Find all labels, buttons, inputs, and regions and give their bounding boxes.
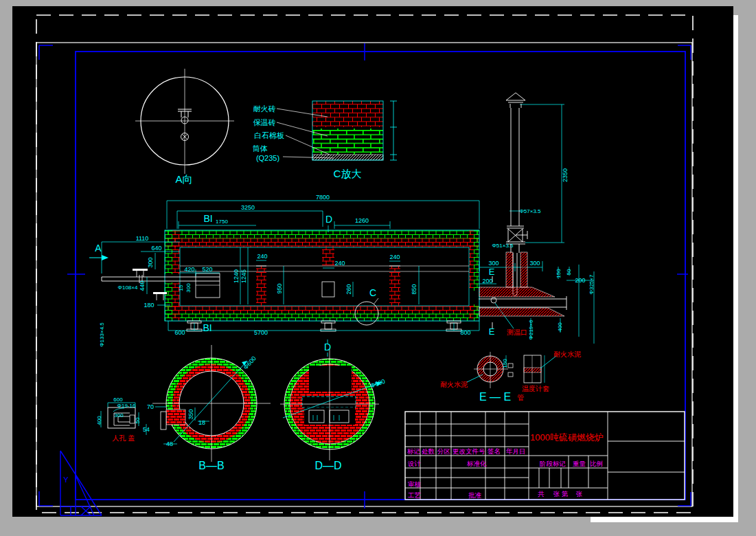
- dim-label: 5700: [254, 329, 268, 336]
- dim-label: 2350: [562, 168, 569, 182]
- tb-label-change-doc: 更改文件号: [453, 447, 485, 455]
- dim-label: 300: [529, 260, 540, 267]
- cad-canvas[interactable]: 标记 处数 分区 更改文件号 签名 年月日 设计 标准化 审核 工艺 批准 阶段…: [0, 0, 756, 536]
- dim-label: 54: [143, 426, 150, 433]
- dim-label: Φ108×4: [118, 284, 138, 291]
- dim-label: (Q235): [256, 154, 279, 162]
- dim-label: 300: [147, 257, 154, 267]
- dim-label: 耐火水泥: [553, 350, 581, 358]
- dim-label: 1110: [136, 235, 149, 242]
- dim-label: A: [95, 243, 102, 254]
- tb-sheet-no-prefix: 第: [562, 490, 569, 498]
- dim-label: BI: [203, 213, 212, 224]
- dim-label: Φ325×7: [588, 274, 595, 294]
- shell-plate: [312, 155, 383, 160]
- tb-label-zone: 分区: [437, 447, 450, 455]
- dim-label: 520: [202, 266, 212, 273]
- dim-label: 300: [488, 260, 499, 267]
- tb-label-approve: 批准: [468, 491, 482, 499]
- dim-label: 1750: [216, 219, 228, 225]
- dim-label: 1260: [355, 217, 369, 224]
- dim-label: Y: [63, 476, 69, 484]
- dim-label: B—B: [198, 460, 224, 471]
- tb-label-review: 审核: [408, 480, 422, 488]
- dim-label: E: [489, 326, 495, 337]
- dim-label: 420: [184, 266, 194, 273]
- dim-label: E — E: [479, 391, 511, 403]
- cad-layout-window: 标记 处数 分区 更改文件号 签名 年月日 设计 标准化 审核 工艺 批准 阶段…: [0, 0, 756, 536]
- dim-label: 260: [345, 284, 352, 294]
- dim-label: 240: [389, 254, 400, 260]
- paper-edge-right: [733, 15, 738, 522]
- dim-label: 200: [575, 277, 585, 284]
- dim-label: 18: [198, 419, 205, 426]
- dim-label: 400: [96, 416, 102, 425]
- dim-label: D—D: [314, 460, 341, 471]
- tb-label-stage-mark: 阶段标记: [540, 460, 566, 467]
- dim-label: 测温口: [507, 328, 527, 336]
- tb-label-design: 设计: [407, 460, 422, 467]
- dim-label: 保温砖: [253, 118, 276, 126]
- tb-sheet-total-suffix: 张: [553, 490, 560, 498]
- dim-label: BI: [203, 322, 211, 333]
- dim-label: 400: [557, 322, 563, 332]
- dim-label: 1245: [240, 269, 247, 283]
- paper-edge-bottom: [591, 517, 738, 522]
- dim-label: 240: [334, 260, 345, 267]
- insulation-brick-layer: [312, 129, 383, 155]
- dim-label: 筒体: [253, 144, 268, 153]
- dim-label: 180: [144, 302, 154, 309]
- dim-label: 7800: [316, 194, 330, 201]
- dim-label: 300: [114, 412, 124, 418]
- dim-label: D: [325, 214, 332, 225]
- tb-sheet-no-suffix: 张: [576, 490, 583, 498]
- tb-label-date: 年月日: [506, 447, 526, 455]
- dim-label: C: [369, 287, 376, 298]
- dim-label: 70: [147, 403, 154, 410]
- dim-label: 耐火砖: [253, 104, 276, 113]
- dim-label: D: [324, 342, 331, 353]
- dim-label: Φ219×6: [528, 320, 534, 339]
- firebrick-layer: [312, 101, 383, 127]
- dim-label: 800: [460, 329, 470, 336]
- dim-label: 850: [411, 284, 417, 294]
- tb-label-signature: 签名: [488, 447, 501, 455]
- dim-label: 440: [139, 280, 146, 291]
- dim-label: 600: [174, 329, 185, 336]
- tb-label-scale: 比例: [590, 460, 603, 467]
- dim-label: 3250: [241, 204, 255, 211]
- manhole-stub: [166, 410, 185, 425]
- tb-label-count: 处数: [422, 447, 435, 455]
- dim-label: 150: [502, 359, 508, 368]
- dim-label: 人孔 盖: [113, 434, 135, 442]
- dim-label: Φ57×3.5: [519, 208, 541, 214]
- dim-label: Φ133×4.5: [99, 322, 105, 347]
- dim-label: A向: [175, 173, 192, 185]
- dim-label: 200: [482, 278, 492, 284]
- dim-label: 50: [135, 417, 141, 423]
- tb-label-mark: 标记: [406, 447, 420, 455]
- dim-label: 管: [517, 394, 524, 401]
- dim-label: Φ19-16: [117, 403, 136, 409]
- tb-sheet-total-prefix: 共: [538, 490, 545, 498]
- paper-sheet: [0, 0, 756, 536]
- dim-label: E: [489, 267, 495, 277]
- tb-label-process: 工艺: [408, 491, 422, 499]
- dim-label: 350: [187, 409, 194, 419]
- dim-label: 温度计套: [522, 385, 549, 392]
- dim-label: 50: [566, 269, 572, 275]
- tb-label-weight: 重量: [573, 460, 586, 467]
- dim-label: 640: [151, 245, 161, 252]
- dim-label: 耐火水泥: [440, 381, 468, 388]
- dim-label: 15: [178, 284, 184, 291]
- dim-label: 1240: [233, 269, 240, 283]
- dim-label: Φ51×3.5: [492, 243, 514, 249]
- dim-label: 240: [257, 253, 267, 260]
- dim-label: C放大: [334, 168, 362, 179]
- dim-label: 白石棉板: [254, 131, 284, 139]
- dim-label: 48: [166, 440, 173, 447]
- drawing-title: 1000吨硫磺燃烧炉: [530, 432, 604, 443]
- dim-label: 950: [276, 283, 283, 293]
- tb-label-standardization: 标准化: [466, 460, 487, 467]
- dim-label: 600: [113, 397, 123, 403]
